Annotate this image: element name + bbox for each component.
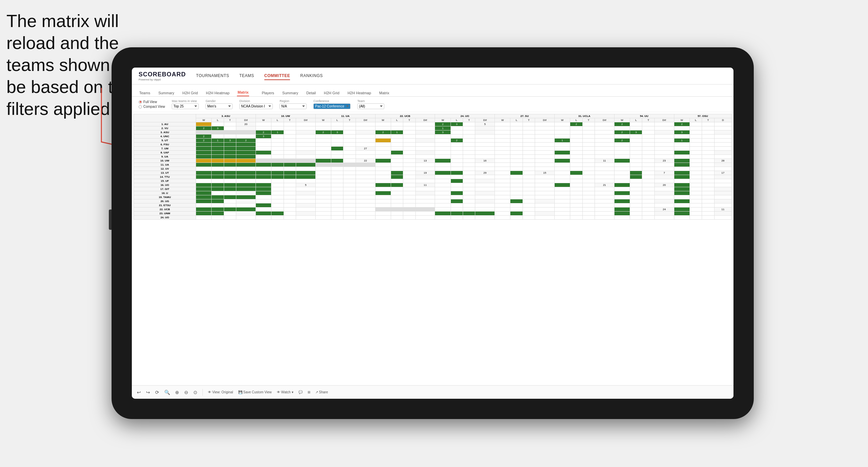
sub-tab-matrix[interactable]: Matrix bbox=[237, 89, 249, 96]
cell-r4-c4-s0 bbox=[435, 139, 451, 143]
sub-tab-matrix-p[interactable]: Matrix bbox=[379, 90, 390, 96]
cell-r23-c5-s3 bbox=[535, 216, 555, 220]
cell-r1-c2-s2 bbox=[343, 126, 356, 130]
cell-r23-c0-s3 bbox=[236, 216, 256, 220]
sub-tab-h2h-heatmap-p[interactable]: H2H Heatmap bbox=[347, 90, 372, 96]
gender-select[interactable]: Men's Women's bbox=[206, 103, 233, 109]
sub-tab-teams[interactable]: Teams bbox=[139, 90, 151, 96]
cell-r21-c1-s3 bbox=[296, 207, 316, 212]
watch-button[interactable]: 👁 Watch ▾ bbox=[277, 390, 293, 394]
cell-r10-c7-s0 bbox=[614, 163, 630, 167]
cell-r8-c6-s3 bbox=[595, 155, 614, 159]
nav-teams[interactable]: TEAMS bbox=[239, 72, 254, 80]
cell-r11-c6-s3 bbox=[595, 167, 614, 171]
cell-r6-c7-s3 bbox=[654, 147, 674, 151]
tablet-screen: SCOREBOARD Powered by clippd TOURNAMENTS… bbox=[132, 68, 733, 399]
tablet-device: SCOREBOARD Powered by clippd TOURNAMENTS… bbox=[112, 47, 754, 419]
cell-r7-c6-s2 bbox=[582, 151, 595, 155]
cell-r8-c6-s0 bbox=[554, 155, 570, 159]
region-select[interactable]: N/A bbox=[280, 103, 307, 109]
sub-tab-detail[interactable]: Detail bbox=[306, 90, 316, 96]
cell-r17-c0-s1 bbox=[212, 191, 224, 195]
row-label-7: 8. UAF bbox=[134, 151, 196, 155]
nav-committee[interactable]: COMMITTEE bbox=[264, 72, 290, 80]
cell-r15-c2-s2 bbox=[343, 183, 356, 187]
cell-r18-c8-s1 bbox=[690, 195, 702, 199]
cell-r19-c1-s0 bbox=[256, 199, 271, 203]
full-view-radio[interactable]: Full View bbox=[139, 100, 165, 104]
nav-rankings[interactable]: RANKINGS bbox=[300, 72, 323, 80]
tablet-side-button bbox=[109, 210, 112, 230]
cell-r18-c8-s2 bbox=[702, 195, 714, 199]
cell-r16-c4-s2 bbox=[463, 187, 475, 191]
cell-r0-c5-s2 bbox=[523, 122, 535, 126]
sub-tab-summary-t[interactable]: Summary bbox=[158, 90, 175, 96]
cell-r10-c6-s2 bbox=[582, 163, 595, 167]
cell-r20-c2-s0 bbox=[315, 203, 331, 207]
team-select[interactable]: (All) bbox=[357, 103, 384, 109]
cell-r6-c3-s1 bbox=[391, 147, 403, 151]
cell-r3-c4-s2 bbox=[463, 134, 475, 139]
add-icon[interactable]: ⊕ bbox=[175, 390, 179, 395]
comment-button[interactable]: 💬 bbox=[298, 390, 303, 394]
cell-r0-c6-s3 bbox=[595, 122, 614, 126]
matrix-area[interactable]: 3. ASU 10. UW 11. UA 22. UCB 24. UO 27. … bbox=[132, 112, 733, 385]
remove-icon[interactable]: ⊖ bbox=[184, 390, 188, 395]
grid-button[interactable]: ⊞ bbox=[308, 390, 310, 394]
cell-r21-c3-s2 bbox=[403, 207, 415, 212]
cell-r8-c3-s2 bbox=[403, 155, 415, 159]
cell-r5-c6-s2 bbox=[582, 143, 595, 147]
compact-view-radio[interactable]: Compact View bbox=[139, 105, 165, 108]
division-select[interactable]: NCAA Division I NCAA Division II NCAA Di… bbox=[239, 103, 273, 109]
sub-tab-h2h-grid-p[interactable]: H2H Grid bbox=[323, 90, 340, 96]
conference-select[interactable]: Pac-12 Conference (All) bbox=[313, 103, 351, 109]
cell-r16-c3-s0 bbox=[375, 187, 391, 191]
cell-r12-c2-s2 bbox=[343, 171, 356, 175]
cell-r0-c5-s1 bbox=[510, 122, 523, 126]
cell-r16-c1-s0 bbox=[256, 187, 271, 191]
cell-r14-c6-s2 bbox=[582, 179, 595, 183]
share-button[interactable]: ↗ Share bbox=[315, 390, 328, 394]
target-icon[interactable]: ⊙ bbox=[193, 390, 197, 395]
sub-col-w: W bbox=[196, 118, 212, 122]
cell-r5-c3-s2 bbox=[403, 143, 415, 147]
nav-tournaments[interactable]: TOURNAMENTS bbox=[196, 72, 229, 80]
cell-r18-c3-s0 bbox=[375, 195, 391, 199]
cell-r1-c6-s2 bbox=[582, 126, 595, 130]
cell-r13-c5-s3 bbox=[535, 175, 555, 179]
cell-r9-c7-s0 bbox=[614, 159, 630, 163]
undo-icon[interactable]: ↩ bbox=[137, 390, 141, 395]
save-custom-view-button[interactable]: 💾 Save Custom View bbox=[238, 390, 272, 394]
cell-r4-c3-s0 bbox=[375, 139, 391, 143]
sub-tab-players[interactable]: Players bbox=[261, 90, 275, 96]
cell-r16-c2-s2 bbox=[343, 187, 356, 191]
cell-r5-c3-s1 bbox=[391, 143, 403, 147]
cell-r11-c3-s2 bbox=[403, 167, 415, 171]
cell-r5-c1-s1 bbox=[271, 143, 284, 147]
cell-r2-c0-s3 bbox=[236, 130, 256, 134]
refresh-icon[interactable]: ⟳ bbox=[155, 390, 159, 395]
sub-tab-h2h-grid-t[interactable]: H2H Grid bbox=[182, 90, 198, 96]
cell-r6-c3-s0 bbox=[375, 147, 391, 151]
cell-r2-c2-s0: 2 bbox=[315, 130, 331, 134]
cell-r19-c3-s2 bbox=[403, 199, 415, 203]
cell-r12-c7-s0 bbox=[614, 171, 630, 175]
cell-r16-c7-s3 bbox=[654, 187, 674, 191]
sub-tab-h2h-heatmap-t[interactable]: H2H Heatmap bbox=[205, 90, 230, 96]
redo-icon[interactable]: ↪ bbox=[146, 390, 150, 395]
cell-r21-c6-s1 bbox=[570, 207, 582, 212]
cell-r16-c0-s3 bbox=[236, 187, 256, 191]
cell-r12-c7-s1 bbox=[630, 171, 642, 175]
cell-r21-c6-s0 bbox=[554, 207, 570, 212]
max-teams-select[interactable]: Top 25 Top 10 Top 50 bbox=[172, 103, 199, 109]
zoom-in-icon[interactable]: 🔍 bbox=[164, 390, 170, 395]
cell-r11-c7-s0 bbox=[614, 167, 630, 171]
cell-r16-c8-s3 bbox=[714, 187, 731, 191]
cell-r12-c8-s1 bbox=[690, 171, 702, 175]
sub-tab-summary-p[interactable]: Summary bbox=[282, 90, 299, 96]
view-original-button[interactable]: 👁 View: Original bbox=[208, 390, 233, 394]
cell-r5-c2-s2 bbox=[343, 143, 356, 147]
cell-r20-c8-s0 bbox=[674, 203, 690, 207]
full-view-dot bbox=[139, 100, 142, 104]
cell-r11-c4-s1 bbox=[451, 167, 463, 171]
